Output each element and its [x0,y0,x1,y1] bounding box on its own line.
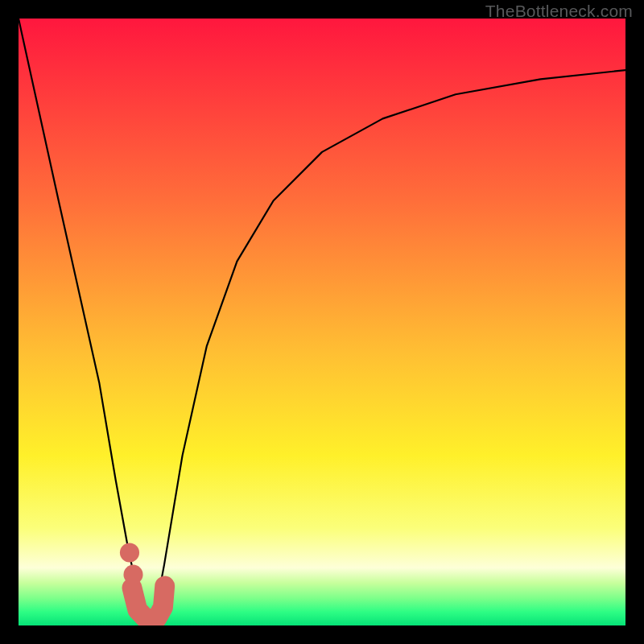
chart-frame: TheBottleneck.com [0,0,644,644]
marker-dot-1 [123,565,142,584]
chart-svg [19,19,625,625]
marker-dot-0 [120,543,139,562]
gradient-background [19,19,625,625]
watermark-text: TheBottleneck.com [485,2,633,21]
plot-area [19,19,625,625]
